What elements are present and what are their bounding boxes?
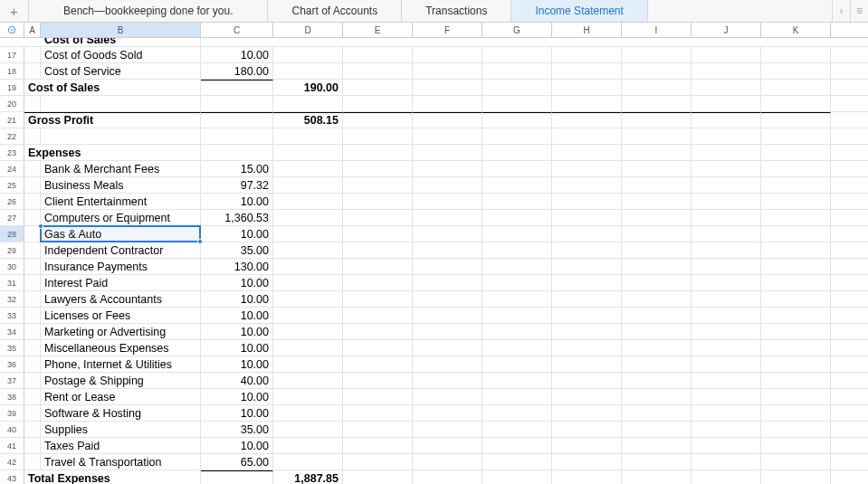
cell[interactable] <box>482 470 552 484</box>
cell[interactable] <box>343 324 413 339</box>
cell[interactable] <box>622 145 692 160</box>
cell-label[interactable]: Cost of Sales <box>24 80 201 95</box>
cell[interactable] <box>413 275 482 290</box>
cell[interactable] <box>692 259 761 274</box>
cell[interactable] <box>343 291 413 307</box>
cell[interactable] <box>622 422 692 437</box>
cell[interactable] <box>622 389 692 404</box>
cell[interactable] <box>622 226 692 242</box>
row-header[interactable]: 26 <box>0 194 24 209</box>
cell[interactable] <box>692 422 761 437</box>
row-header[interactable]: 32 <box>0 291 24 307</box>
cell[interactable] <box>761 291 831 307</box>
cell[interactable] <box>622 308 692 323</box>
cell[interactable] <box>24 177 41 193</box>
cell-value-c[interactable]: 10.00 <box>201 405 273 421</box>
cell-value-d[interactable] <box>273 422 343 437</box>
cell-value-d[interactable] <box>273 128 343 144</box>
cell[interactable] <box>622 438 692 453</box>
col-header-F[interactable]: F <box>413 23 482 37</box>
cell-value-c[interactable]: 35.00 <box>201 242 273 258</box>
cell[interactable] <box>24 96 41 111</box>
cell-value-c[interactable] <box>201 128 273 144</box>
cell-label[interactable]: Taxes Paid <box>41 438 201 453</box>
cell[interactable] <box>622 47 692 62</box>
cell[interactable] <box>692 63 761 79</box>
select-all-corner[interactable] <box>0 23 24 37</box>
tab-list-button[interactable]: ≡ <box>850 0 868 22</box>
cell-label[interactable]: Cost of Sales <box>41 38 201 46</box>
cell-label[interactable]: Postage & Shipping <box>41 373 201 388</box>
cell[interactable] <box>482 242 552 258</box>
cell[interactable] <box>24 194 41 209</box>
cell[interactable] <box>343 226 413 242</box>
cell[interactable] <box>692 145 761 160</box>
cell-value-c[interactable]: 130.00 <box>201 259 273 274</box>
cell[interactable] <box>552 210 622 225</box>
cell[interactable] <box>552 47 622 62</box>
cell[interactable] <box>413 112 482 128</box>
cell[interactable] <box>552 161 622 176</box>
cell[interactable] <box>343 242 413 258</box>
row-header[interactable]: 37 <box>0 373 24 388</box>
cell[interactable] <box>692 194 761 209</box>
cell[interactable] <box>692 128 761 144</box>
cell[interactable] <box>24 356 41 372</box>
col-header-A[interactable]: A <box>24 23 41 37</box>
cell-value-d[interactable] <box>273 454 343 470</box>
cell[interactable] <box>24 324 41 339</box>
cell[interactable] <box>24 291 41 307</box>
cell-label[interactable]: Business Meals <box>41 177 201 193</box>
cell[interactable] <box>413 308 482 323</box>
cell[interactable] <box>552 438 622 453</box>
cell-label[interactable]: Software & Hosting <box>41 405 201 421</box>
cell-value-c[interactable]: 10.00 <box>201 340 273 356</box>
cell[interactable] <box>482 422 552 437</box>
cell[interactable] <box>413 470 482 484</box>
cell-value-c[interactable]: 10.00 <box>201 194 273 209</box>
cell-label[interactable]: Miscellaneous Expenses <box>41 340 201 356</box>
cell-value-d[interactable] <box>273 161 343 176</box>
cell[interactable] <box>24 308 41 323</box>
cell[interactable] <box>343 373 413 388</box>
cell[interactable] <box>622 242 692 258</box>
cell[interactable] <box>482 145 552 160</box>
cell-value-d[interactable] <box>273 242 343 258</box>
cell[interactable] <box>692 177 761 193</box>
cell[interactable] <box>24 47 41 62</box>
cell[interactable] <box>552 63 622 79</box>
cell[interactable] <box>482 454 552 470</box>
cell-value-c[interactable]: 10.00 <box>201 47 273 62</box>
cell-value-c[interactable]: 10.00 <box>201 291 273 307</box>
cell[interactable] <box>413 340 482 356</box>
cell[interactable] <box>482 291 552 307</box>
cell-value-d[interactable] <box>273 389 343 404</box>
cell[interactable] <box>692 438 761 453</box>
cell[interactable] <box>413 128 482 144</box>
cell[interactable] <box>343 47 413 62</box>
cell[interactable] <box>692 242 761 258</box>
cell-label[interactable]: Travel & Transportation <box>41 454 201 470</box>
cell[interactable] <box>552 291 622 307</box>
cell-value-c[interactable]: 1,360.53 <box>201 210 273 225</box>
cell[interactable] <box>343 470 413 484</box>
cell[interactable] <box>413 161 482 176</box>
tab-chart-of-accounts[interactable]: Chart of Accounts <box>268 0 402 22</box>
cell[interactable] <box>24 63 41 79</box>
row-header[interactable]: 33 <box>0 308 24 323</box>
cell[interactable] <box>761 259 831 274</box>
cell[interactable] <box>622 63 692 79</box>
row-header[interactable]: 17 <box>0 47 24 62</box>
cell-value-c[interactable]: 65.00 <box>201 454 273 470</box>
cell[interactable] <box>482 356 552 372</box>
cell[interactable] <box>413 96 482 111</box>
cell[interactable] <box>482 63 552 79</box>
cell-value-c[interactable]: 97.32 <box>201 177 273 193</box>
cell[interactable] <box>24 422 41 437</box>
cell[interactable] <box>761 80 831 95</box>
cell[interactable] <box>622 373 692 388</box>
cell[interactable] <box>761 389 831 404</box>
cell[interactable] <box>622 177 692 193</box>
cell-value-d[interactable] <box>273 177 343 193</box>
cell-value-d[interactable] <box>273 47 343 62</box>
